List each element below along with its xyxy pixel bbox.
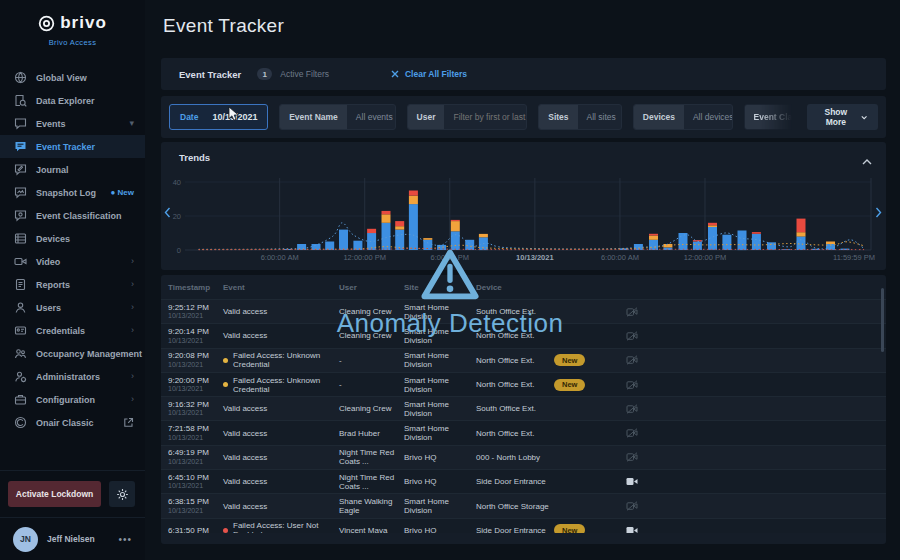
sidebar-item-label: Users [36,303,61,313]
sidebar-item-devices[interactable]: Devices [0,227,145,250]
site-cell: Smart Home Division [404,303,476,321]
date-filter-value: 10/13/2021 [208,105,268,129]
sidebar-item-label: Event Tracker [36,142,95,152]
gear-icon [115,487,129,501]
chart-bar[interactable] [738,231,747,251]
sidebar-item-configuration[interactable]: Configuration› [0,388,145,411]
camera-icon[interactable] [626,477,886,486]
sidebar-item-event-classification[interactable]: Event Classification [0,204,145,227]
chart-bar[interactable] [465,240,474,250]
table-row[interactable]: 6:45:10 PM10/13/2021Valid accessNight Ti… [161,469,886,493]
chart-bar[interactable] [722,235,731,250]
table-row[interactable]: 9:20:00 PM10/13/2021Failed Access: Unkno… [161,372,886,396]
chart-bar[interactable] [797,219,806,250]
timestamp-cell: 9:20:08 PM10/13/2021 [168,351,223,369]
brand-subtitle: Brivo Access [0,38,145,47]
chevron-right-icon: › [131,257,134,266]
table-scrollbar[interactable] [881,288,884,352]
sites-filter-value: All sites [587,112,616,122]
column-header-event[interactable]: Event [223,283,339,292]
sites-filter[interactable]: Sites All sites [538,104,622,130]
table-row[interactable]: 9:25:12 PM10/13/2021Valid accessCleaning… [161,299,886,323]
chart-bar[interactable] [297,244,306,250]
event-cell: Valid access [223,502,339,511]
chart-bar[interactable] [679,233,688,250]
collapse-trends-button[interactable] [862,151,872,169]
x-axis-label: 12:00:00 PM [343,253,386,262]
chart-page-left-button[interactable] [164,204,171,222]
sidebar-item-global-view[interactable]: Global View [0,66,145,89]
event-class-filter[interactable]: Event Class [744,104,796,130]
table-row[interactable]: 9:16:32 PM10/13/2021Valid accessCleaning… [161,396,886,420]
sidebar-item-data-explorer[interactable]: Data Explorer [0,89,145,112]
column-header-site[interactable]: Site [404,283,476,292]
column-header-timestamp[interactable]: Timestamp [168,283,223,292]
column-header-device[interactable]: Device [476,283,554,292]
activate-lockdown-button[interactable]: Activate Lockdown [8,481,101,507]
user-cell: - [339,380,404,389]
camera-off-icon [626,452,886,462]
table-row[interactable]: 6:31:50 PMFailed Access: User Not Enable… [161,518,886,533]
chart-bar[interactable] [409,191,418,251]
sidebar-item-video[interactable]: Video› [0,250,145,273]
sidebar-item-label: Events [36,119,66,129]
occupancy-icon [13,347,27,361]
user-profile[interactable]: JN Jeff Nielsen ••• [0,517,145,560]
sidebar-item-users[interactable]: Users› [0,296,145,319]
table-row[interactable]: 9:20:08 PM10/13/2021Failed Access: Unkno… [161,348,886,372]
date-filter[interactable]: Date 10/13/2021 [169,104,268,130]
event-cell: Failed Access: User Not Enabled [223,521,339,533]
column-header-user[interactable]: User [339,283,404,292]
sidebar-item-onair-classic[interactable]: Onair Classic [0,411,145,434]
sidebar-item-credentials[interactable]: Credentials› [0,319,145,342]
trends-chart-svg: 020406:00:00 AM12:00:00 PM6:00:00 PM10/1… [171,170,877,266]
user-filter-input[interactable] [453,112,527,122]
sidebar-item-event-tracker[interactable]: Event Tracker [0,135,145,158]
camera-icon[interactable] [626,526,886,533]
administrators-icon [13,370,27,384]
chart-bar[interactable] [752,232,761,250]
table-row[interactable]: 6:38:15 PM10/13/2021Valid accessShane Wa… [161,493,886,517]
chart-bar[interactable] [382,211,391,250]
filter-header-bar: Event Tracker 1 Active Filters Clear All… [161,58,886,90]
chart-bar[interactable] [826,242,835,251]
table-row[interactable]: 9:20:14 PM10/13/2021Valid accessCleaning… [161,323,886,347]
new-badge: New [554,524,585,533]
user-cell: Night Time Red Coats ... [339,448,404,466]
sidebar-item-journal[interactable]: Journal [0,158,145,181]
user-menu-dots[interactable]: ••• [118,534,132,545]
chart-bar[interactable] [325,242,334,251]
chart-bar[interactable] [708,223,717,250]
journal-icon [13,163,27,177]
devices-filter-label: Devices [634,105,684,129]
site-cell: Brivo HQ [404,526,476,533]
show-more-button[interactable]: Show More [807,104,878,130]
trends-panel: Trends 020406:00:00 AM12:00:00 PM6:00:00… [161,142,886,270]
show-more-label: Show More [818,107,854,127]
page-title: Event Tracker [163,15,284,37]
clear-all-filters-button[interactable]: Clear All Filters [391,69,467,79]
camera-off-icon [626,501,886,511]
chart-bar[interactable] [353,241,362,250]
chart-bar[interactable] [339,230,348,250]
sidebar-item-administrators[interactable]: Administrators› [0,365,145,388]
timestamp-cell: 6:31:50 PM [168,526,223,533]
chart-bar[interactable] [395,221,404,250]
sidebar-item-snapshot-log[interactable]: Snapshot Log● New [0,181,145,204]
sidebar-item-occupancy-management[interactable]: Occupancy Management› [0,342,145,365]
clear-all-filters-label: Clear All Filters [405,69,467,79]
event-name-filter[interactable]: Event Name All events [279,104,395,130]
chart-bar[interactable] [367,229,376,250]
sidebar-item-events[interactable]: Events▾ [0,112,145,135]
devices-filter[interactable]: Devices All devices [633,104,733,130]
sidebar-item-reports[interactable]: Reports› [0,273,145,296]
user-filter[interactable]: User [407,104,528,130]
table-row[interactable]: 7:21:58 PM10/13/2021Valid accessBrad Hub… [161,420,886,444]
settings-button[interactable] [109,481,135,507]
table-row[interactable]: 6:49:19 PM10/13/2021Valid accessNight Ti… [161,445,886,469]
sidebar-item-label: Snapshot Log [36,188,96,198]
camera-off-icon [626,428,886,438]
device-cell: Side Door Entrance [476,526,554,533]
sidebar-item-label: Onair Classic [36,418,94,428]
sidebar-item-label: Video [36,257,60,267]
